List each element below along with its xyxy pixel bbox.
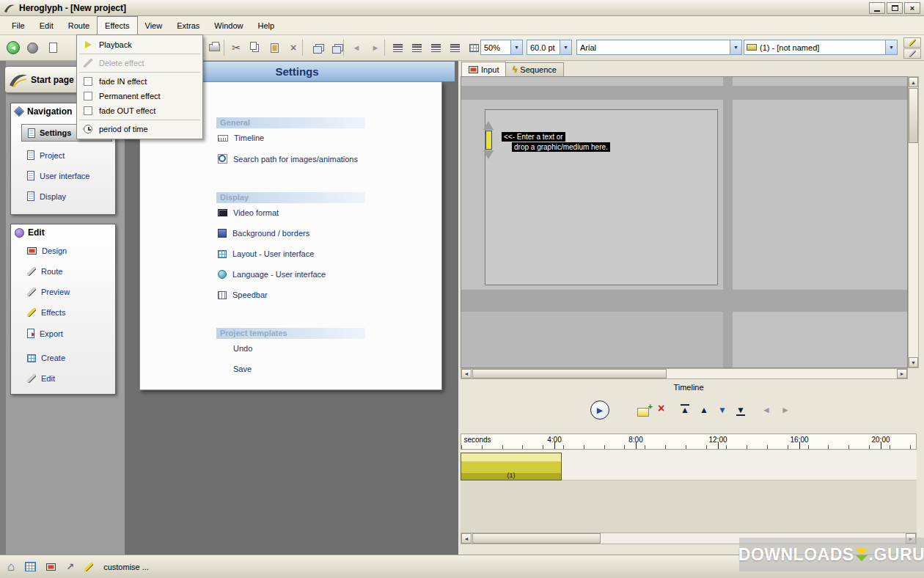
align-left-button[interactable] bbox=[389, 39, 406, 56]
sidebar-item-effects[interactable]: Effects bbox=[27, 308, 65, 317]
preview-canvas[interactable]: <<- Enter a text or drop a graphic/mediu… bbox=[461, 76, 908, 368]
font-size-select[interactable]: 60.0 pt ▼ bbox=[527, 40, 572, 55]
align-center-button[interactable] bbox=[408, 39, 425, 56]
scroll-up-button[interactable]: ▲ bbox=[909, 77, 918, 87]
design-status-icon[interactable] bbox=[46, 563, 56, 571]
tab-sequence[interactable]: ϟ Sequence bbox=[505, 62, 564, 76]
sidebar-item-display[interactable]: Display bbox=[27, 191, 66, 201]
settings-item-undo[interactable]: Undo bbox=[233, 344, 252, 353]
permanent-checkbox[interactable] bbox=[84, 92, 92, 100]
sidebar-item-create[interactable]: Create bbox=[27, 354, 65, 362]
layout-status-icon[interactable] bbox=[25, 562, 36, 571]
sidebar-item-user-interface[interactable]: User interface bbox=[27, 171, 89, 180]
effects-status-icon[interactable] bbox=[84, 563, 93, 571]
menu-item-period-of-time[interactable]: period of time bbox=[77, 122, 202, 136]
fade-in-checkbox[interactable] bbox=[84, 77, 92, 86]
settings-item-video-format[interactable]: Video format bbox=[218, 208, 279, 217]
delete-clip-button[interactable]: × bbox=[658, 403, 664, 414]
next-button[interactable]: ► bbox=[367, 39, 384, 56]
play-button[interactable]: ▶ bbox=[590, 400, 609, 420]
layer-up-button[interactable] bbox=[307, 39, 324, 56]
tab-input[interactable]: Input bbox=[461, 62, 506, 76]
step-back-button[interactable]: ◄ bbox=[762, 406, 771, 414]
pen-tool-button[interactable] bbox=[903, 37, 921, 48]
edit-panel: Edit Design Route Preview Effects Export bbox=[10, 224, 116, 395]
close-button[interactable]: × bbox=[904, 2, 920, 14]
pen-options-button[interactable] bbox=[903, 48, 921, 59]
sidebar-item-export[interactable]: Export bbox=[27, 329, 63, 338]
paste-button[interactable] bbox=[265, 39, 283, 56]
menu-file[interactable]: File bbox=[4, 16, 32, 34]
layer-select[interactable]: (1) - [not named] ▼ bbox=[744, 40, 898, 55]
copy-icon bbox=[250, 42, 257, 50]
move-down-button[interactable]: ▼ bbox=[718, 406, 727, 414]
layer-down-button[interactable] bbox=[326, 39, 343, 56]
canvas-vertical-scrollbar[interactable]: ▲ ▼ bbox=[908, 76, 919, 368]
align-right-button[interactable] bbox=[427, 39, 444, 56]
scroll-down-button[interactable]: ▼ bbox=[909, 357, 918, 367]
menu-item-fade-in[interactable]: fade IN effect bbox=[77, 74, 202, 89]
settings-item-timeline[interactable]: Timeline bbox=[218, 133, 264, 142]
copy-button[interactable] bbox=[246, 39, 264, 56]
sidebar-item-route[interactable]: Route bbox=[27, 267, 62, 276]
new-document-button[interactable] bbox=[44, 39, 62, 56]
delete-button[interactable]: × bbox=[285, 39, 302, 56]
menu-help[interactable]: Help bbox=[250, 16, 282, 34]
scrollbar-thumb[interactable] bbox=[472, 369, 667, 378]
menu-item-fade-out[interactable]: fade OUT effect bbox=[77, 103, 202, 118]
move-to-bottom-button[interactable]: ▼ bbox=[736, 406, 745, 416]
print-button[interactable] bbox=[205, 39, 223, 56]
maximize-button[interactable] bbox=[887, 2, 903, 14]
scrollbar-thumb[interactable] bbox=[472, 533, 601, 544]
settings-item-layout-ui[interactable]: Layout - User interface bbox=[218, 249, 314, 258]
move-to-top-button[interactable]: ▲ bbox=[681, 404, 689, 414]
layer-value: (1) - [not named] bbox=[757, 43, 885, 52]
menu-item-permanent[interactable]: Permanent effect bbox=[77, 89, 202, 103]
scroll-right-button[interactable]: ► bbox=[897, 369, 907, 378]
fade-out-checkbox[interactable] bbox=[84, 106, 92, 115]
menu-edit[interactable]: Edit bbox=[32, 16, 61, 34]
zoom-select[interactable]: 50% ▼ bbox=[480, 40, 523, 55]
minimize-button[interactable] bbox=[869, 2, 885, 14]
record-button[interactable] bbox=[23, 39, 41, 56]
sidebar-item-edit[interactable]: Edit bbox=[27, 374, 55, 383]
timeline-track-area[interactable]: (1) bbox=[461, 450, 917, 533]
timeline-clip[interactable]: (1) bbox=[461, 453, 562, 480]
menu-effects[interactable]: Effects bbox=[97, 16, 137, 34]
text-cursor-handle-bottom[interactable] bbox=[483, 150, 494, 159]
timeline-track-row[interactable]: (1) bbox=[461, 450, 917, 480]
sidebar-item-project[interactable]: Project bbox=[27, 150, 65, 160]
scrollbar-thumb[interactable] bbox=[909, 88, 918, 143]
menu-window[interactable]: Window bbox=[207, 16, 250, 34]
move-up-button[interactable]: ▲ bbox=[700, 406, 708, 414]
route-status-icon[interactable]: ↗ bbox=[66, 562, 74, 571]
customise-label[interactable]: customise ... bbox=[103, 563, 149, 571]
step-forward-button[interactable]: ► bbox=[781, 406, 790, 414]
settings-item-speedbar[interactable]: Speedbar bbox=[218, 290, 268, 299]
scroll-left-button[interactable]: ◄ bbox=[461, 533, 472, 544]
home-icon[interactable]: ⌂ bbox=[7, 560, 15, 573]
menu-item-playback[interactable]: Playback bbox=[77, 37, 202, 52]
previous-button[interactable]: ◄ bbox=[348, 39, 365, 56]
scroll-left-button[interactable]: ◄ bbox=[461, 369, 472, 378]
timeline-ruler[interactable]: seconds 4:00 8:00 12:00 16:00 20:00 bbox=[461, 434, 917, 450]
start-page-button[interactable]: Start page bbox=[4, 66, 88, 93]
font-family-select[interactable]: Arial ▼ bbox=[576, 40, 742, 55]
back-button[interactable]: ◄ bbox=[4, 39, 22, 56]
sidebar-item-design[interactable]: Design bbox=[27, 246, 67, 255]
canvas-horizontal-scrollbar[interactable]: ◄ ► bbox=[461, 368, 908, 379]
settings-item-language-ui[interactable]: Language - User interface bbox=[218, 270, 326, 279]
menu-extras[interactable]: Extras bbox=[169, 16, 207, 34]
cut-button[interactable]: ✂ bbox=[227, 39, 245, 56]
text-cursor-handle-top[interactable] bbox=[483, 121, 494, 130]
edit-section-icon bbox=[15, 228, 24, 238]
sidebar-item-preview[interactable]: Preview bbox=[27, 288, 70, 296]
menu-view[interactable]: View bbox=[138, 16, 170, 34]
settings-item-search-path[interactable]: Search path for images/animations bbox=[218, 154, 358, 164]
text-cursor[interactable] bbox=[485, 131, 492, 150]
settings-item-save[interactable]: Save bbox=[233, 365, 252, 373]
settings-item-background-borders[interactable]: Background / borders bbox=[218, 229, 309, 238]
align-justify-button[interactable] bbox=[446, 39, 463, 56]
menu-route[interactable]: Route bbox=[61, 16, 97, 34]
add-clip-button[interactable] bbox=[637, 408, 649, 417]
